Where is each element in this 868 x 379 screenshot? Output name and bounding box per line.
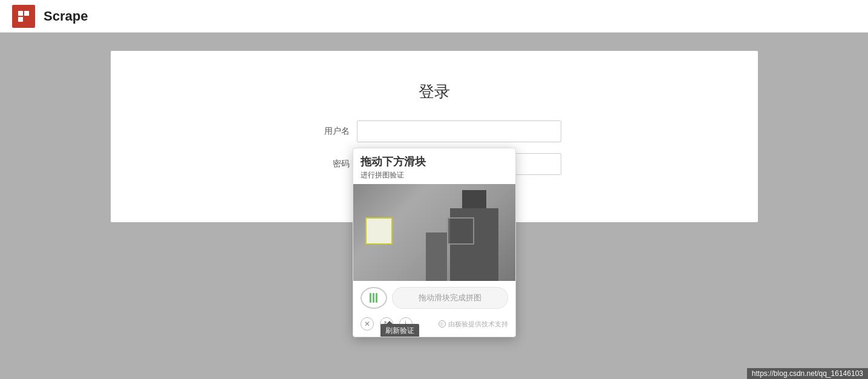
header: Scrape: [0, 0, 868, 33]
svg-rect-2: [18, 17, 23, 22]
close-icon-label: ✕: [364, 320, 370, 328]
app-logo: [12, 5, 35, 28]
logo-icon: [16, 9, 31, 24]
svg-rect-0: [18, 11, 23, 16]
password-label: 密码: [307, 159, 350, 170]
captcha-overlay: 拖动下方滑块 进行拼图验证 ▼: [353, 148, 516, 337]
slider-line-2: [373, 293, 374, 303]
puzzle-target-hole: [447, 217, 474, 245]
captcha-footer-icons: ✕ ↻ i 刷新验证: [361, 317, 413, 331]
username-input[interactable]: [357, 120, 561, 142]
captcha-title: 拖动下方滑块: [361, 154, 508, 169]
captcha-footer: ✕ ↻ i 刷新验证 © 由极验提供技术支持: [353, 314, 515, 337]
slider-handle-lines: [370, 293, 377, 303]
captcha-slider-area: 拖动滑块完成拼图: [353, 281, 515, 314]
login-card: 登录 用户名 密码 拖动下方滑块 进行拼图验证: [111, 51, 758, 222]
captcha-close-icon[interactable]: ✕: [361, 317, 374, 331]
captcha-arrow-icon: ▼: [430, 265, 440, 276]
puzzle-piece[interactable]: [365, 217, 393, 245]
app-title: Scrape: [44, 8, 88, 24]
captcha-brand-text: 由极验提供技术支持: [448, 320, 508, 329]
captcha-image-area: ▼: [353, 184, 516, 281]
slider-line-1: [370, 293, 371, 303]
url-bar: https://blog.csdn.net/qq_16146103: [747, 368, 868, 379]
captcha-subtitle: 进行拼图验证: [361, 170, 508, 180]
login-title: 登录: [419, 81, 450, 102]
slider-track[interactable]: 拖动滑块完成拼图: [392, 287, 508, 309]
slider-line-3: [376, 293, 377, 303]
slider-handle[interactable]: [361, 287, 387, 309]
slider-track-text: 拖动滑块完成拼图: [401, 292, 499, 303]
refresh-tooltip: 刷新验证: [380, 324, 419, 337]
brand-circle-icon: ©: [439, 320, 446, 328]
captcha-popup: 拖动下方滑块 进行拼图验证 ▼: [353, 148, 516, 337]
username-row: 用户名: [307, 120, 561, 142]
main-area: 登录 用户名 密码 拖动下方滑块 进行拼图验证: [0, 33, 868, 379]
username-label: 用户名: [307, 126, 350, 137]
captcha-brand: © 由极验提供技术支持: [439, 320, 508, 329]
captcha-header: 拖动下方滑块 进行拼图验证: [353, 148, 515, 184]
svg-rect-1: [24, 11, 29, 16]
